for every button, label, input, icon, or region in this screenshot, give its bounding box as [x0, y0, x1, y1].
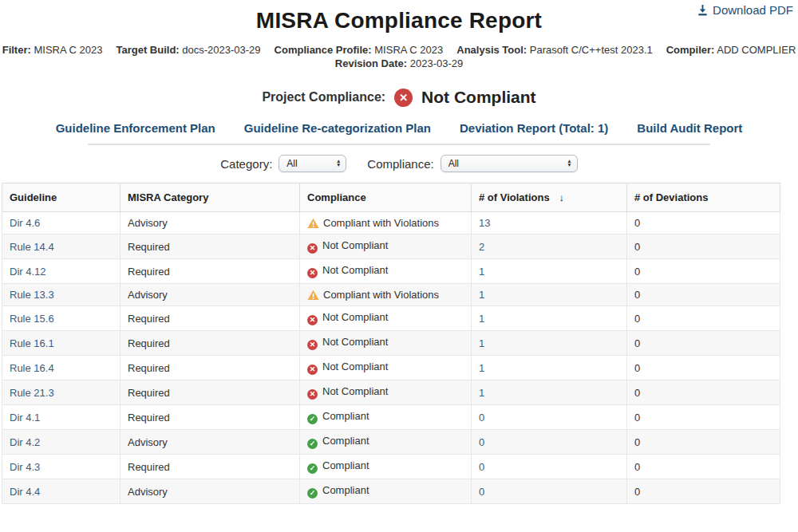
violations-count-link[interactable]: 1: [479, 337, 484, 349]
guideline-link[interactable]: Dir 4.4: [10, 486, 40, 498]
guideline-cell: Rule 13.3: [2, 284, 120, 306]
compliance-cell: Compliant: [300, 455, 472, 479]
meta-analysis-tool: Analysis Tool: Parasoft C/C++test 2023.1: [456, 44, 652, 56]
download-pdf-button[interactable]: Download PDF: [697, 3, 793, 17]
violations-cell: 0: [472, 405, 627, 430]
guideline-link[interactable]: Dir 4.3: [10, 461, 40, 473]
col-header-guideline[interactable]: Guideline: [2, 183, 120, 212]
compliance-status-label: Not Compliant: [322, 385, 388, 397]
meta-value: Parasoft C/C++test 2023.1: [530, 44, 653, 56]
check-circle-icon: [307, 463, 318, 474]
category-select[interactable]: All: [279, 155, 346, 172]
violations-count-link[interactable]: 1: [479, 266, 484, 278]
meta-compiler: Compiler: ADD COMPLIER: [666, 44, 796, 56]
col-header-compliance[interactable]: Compliance: [300, 183, 472, 212]
nav-link-guideline-enforcement-plan[interactable]: Guideline Enforcement Plan: [56, 121, 215, 135]
guideline-cell: Dir 4.1: [2, 405, 120, 430]
meta-label: Filter:: [2, 44, 31, 56]
violations-count-link[interactable]: 0: [479, 461, 484, 473]
table-row: Rule 14.4RequiredNot Compliant20: [2, 234, 780, 259]
guideline-link[interactable]: Dir 4.2: [10, 436, 40, 448]
meta-value: docs-2023-03-29: [182, 44, 260, 56]
x-circle-icon: [394, 89, 413, 107]
violations-cell: 2: [472, 234, 627, 259]
nav-link-guideline-recategorization-plan[interactable]: Guideline Re-categorization Plan: [244, 121, 431, 135]
meta-value: MISRA C 2023: [34, 44, 102, 56]
warning-triangle-icon: [307, 218, 319, 229]
deviations-cell: 0: [627, 234, 780, 259]
filter-bar: Category: All Compliance: All: [0, 155, 798, 172]
col-header-deviations[interactable]: # of Deviations: [627, 183, 780, 212]
deviations-cell: 0: [627, 405, 780, 430]
meta-value: 2023-03-29: [410, 57, 464, 69]
guideline-link[interactable]: Rule 16.4: [10, 362, 54, 374]
violations-cell: 1: [472, 380, 627, 405]
misra-category-cell: Required: [120, 405, 300, 430]
violations-count-link[interactable]: 2: [479, 241, 484, 253]
compliance-status-label: Not Compliant: [322, 264, 388, 276]
violations-count-link[interactable]: 13: [479, 217, 490, 229]
deviations-cell: 0: [627, 212, 780, 234]
x-circle-icon: [307, 340, 318, 350]
compliance-filter-label: Compliance:: [367, 157, 433, 171]
compliance-status-label: Compliant with Violations: [323, 289, 439, 301]
compliance-cell: Not Compliant: [300, 306, 472, 331]
warning-triangle-icon: [307, 290, 319, 301]
violations-count-link[interactable]: 0: [479, 486, 484, 498]
check-circle-icon: [307, 439, 318, 449]
violations-count-link[interactable]: 1: [479, 362, 484, 374]
guideline-cell: Rule 16.4: [2, 356, 120, 380]
violations-cell: 0: [472, 430, 627, 455]
compliance-status-label: Not Compliant: [322, 311, 388, 323]
violations-count-link[interactable]: 1: [479, 313, 484, 325]
violations-count-link[interactable]: 1: [479, 387, 484, 399]
misra-category-cell: Required: [120, 306, 300, 331]
meta-label: Analysis Tool:: [456, 44, 527, 56]
violations-count-link[interactable]: 0: [479, 436, 484, 448]
compliance-cell: Not Compliant: [300, 331, 472, 356]
guideline-cell: Dir 4.4: [2, 479, 120, 504]
table-row: Dir 4.6AdvisoryCompliant with Violations…: [2, 212, 780, 234]
category-filter-label: Category:: [220, 157, 272, 171]
misra-category-cell: Required: [120, 331, 300, 356]
guideline-cell: Rule 14.4: [2, 234, 120, 259]
compliance-status-label: Compliant with Violations: [323, 217, 439, 229]
guideline-link[interactable]: Dir 4.1: [10, 412, 40, 424]
deviations-cell: 0: [627, 479, 780, 504]
misra-category-cell: Advisory: [120, 430, 300, 455]
table-row: Rule 16.1RequiredNot Compliant10: [2, 331, 780, 356]
compliance-cell: Compliant: [300, 479, 472, 504]
violations-cell: 0: [472, 479, 627, 504]
nav-link-deviation-report[interactable]: Deviation Report (Total: 1): [460, 121, 608, 135]
guideline-link[interactable]: Rule 13.3: [10, 289, 54, 301]
compliance-cell: Not Compliant: [300, 234, 472, 259]
misra-category-cell: Required: [120, 356, 300, 380]
violations-count-link[interactable]: 0: [479, 412, 484, 424]
compliance-select[interactable]: All: [440, 155, 578, 172]
guideline-link[interactable]: Rule 14.4: [10, 241, 54, 253]
deviations-cell: 0: [627, 284, 780, 306]
guideline-link[interactable]: Rule 21.3: [10, 387, 54, 399]
nav-link-build-audit-report[interactable]: Build Audit Report: [637, 121, 742, 135]
report-nav: Guideline Enforcement Plan Guideline Re-…: [0, 121, 798, 135]
col-header-violations-sorted[interactable]: # of Violations: [472, 183, 627, 212]
violations-cell: 1: [472, 284, 627, 306]
guideline-link[interactable]: Dir 4.12: [10, 266, 46, 278]
compliance-status-label: Not Compliant: [322, 361, 388, 372]
guideline-cell: Dir 4.3: [2, 455, 120, 479]
x-circle-icon: [307, 315, 318, 325]
meta-value: MISRA C 2023: [374, 44, 443, 56]
table-row: Rule 13.3AdvisoryCompliant with Violatio…: [2, 284, 780, 306]
deviations-cell: 0: [627, 259, 780, 284]
guideline-link[interactable]: Rule 15.6: [10, 313, 54, 325]
table-row: Dir 4.4AdvisoryCompliant00: [2, 479, 780, 504]
col-header-misra-category[interactable]: MISRA Category: [120, 183, 300, 212]
table-row: Dir 4.2AdvisoryCompliant00: [2, 430, 780, 455]
guideline-link[interactable]: Dir 4.6: [10, 217, 40, 229]
project-compliance-status: Not Compliant: [421, 88, 535, 107]
violations-count-link[interactable]: 1: [479, 289, 484, 301]
check-circle-icon: [307, 414, 318, 424]
guideline-link[interactable]: Rule 16.1: [10, 337, 54, 349]
divider: [88, 144, 710, 145]
table-row: Dir 4.12RequiredNot Compliant10: [2, 259, 780, 284]
